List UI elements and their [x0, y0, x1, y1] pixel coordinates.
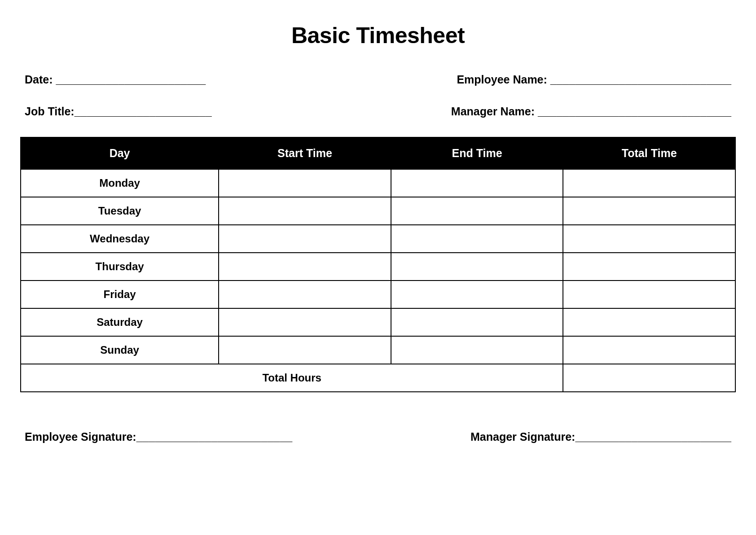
total-time-cell[interactable]: [563, 225, 735, 253]
employee-signature-field[interactable]: Employee Signature:_____________________…: [25, 430, 292, 443]
start-time-cell[interactable]: [219, 253, 391, 281]
manager-name-field[interactable]: Manager Name: __________________________…: [451, 105, 731, 118]
total-hours-value[interactable]: [563, 364, 735, 392]
start-time-cell[interactable]: [219, 225, 391, 253]
day-cell: Monday: [21, 169, 219, 197]
timesheet-table: Day Start Time End Time Total Time Monda…: [20, 137, 736, 392]
header-total-time: Total Time: [563, 137, 735, 169]
total-time-cell[interactable]: [563, 253, 735, 281]
header-start-time: Start Time: [219, 137, 391, 169]
total-time-cell[interactable]: [563, 281, 735, 308]
header-end-time: End Time: [391, 137, 563, 169]
total-time-cell[interactable]: [563, 308, 735, 336]
total-hours-row: Total Hours: [21, 364, 735, 392]
day-cell: Tuesday: [21, 197, 219, 225]
day-cell: Saturday: [21, 308, 219, 336]
start-time-cell[interactable]: [219, 281, 391, 308]
day-cell: Sunday: [21, 336, 219, 364]
table-row: Saturday: [21, 308, 735, 336]
end-time-cell[interactable]: [391, 336, 563, 364]
total-time-cell[interactable]: [563, 169, 735, 197]
end-time-cell[interactable]: [391, 225, 563, 253]
table-header-row: Day Start Time End Time Total Time: [21, 137, 735, 169]
table-row: Wednesday: [21, 225, 735, 253]
table-row: Tuesday: [21, 197, 735, 225]
employee-name-field[interactable]: Employee Name: _________________________…: [457, 73, 731, 86]
total-time-cell[interactable]: [563, 336, 735, 364]
table-row: Friday: [21, 281, 735, 308]
start-time-cell[interactable]: [219, 169, 391, 197]
day-cell: Friday: [21, 281, 219, 308]
end-time-cell[interactable]: [391, 169, 563, 197]
date-field[interactable]: Date: ________________________: [25, 73, 206, 86]
table-row: Thursday: [21, 253, 735, 281]
page-title: Basic Timesheet: [20, 22, 736, 48]
end-time-cell[interactable]: [391, 281, 563, 308]
table-row: Sunday: [21, 336, 735, 364]
end-time-cell[interactable]: [391, 253, 563, 281]
day-cell: Wednesday: [21, 225, 219, 253]
table-row: Monday: [21, 169, 735, 197]
info-row-2: Job Title:______________________ Manager…: [20, 105, 736, 118]
job-title-field[interactable]: Job Title:______________________: [25, 105, 212, 118]
header-day: Day: [21, 137, 219, 169]
start-time-cell[interactable]: [219, 197, 391, 225]
end-time-cell[interactable]: [391, 197, 563, 225]
total-hours-label: Total Hours: [21, 364, 563, 392]
end-time-cell[interactable]: [391, 308, 563, 336]
info-row-1: Date: ________________________ Employee …: [20, 73, 736, 86]
start-time-cell[interactable]: [219, 308, 391, 336]
manager-signature-field[interactable]: Manager Signature:______________________…: [470, 430, 731, 443]
day-cell: Thursday: [21, 253, 219, 281]
total-time-cell[interactable]: [563, 197, 735, 225]
signature-row: Employee Signature:_____________________…: [20, 430, 736, 443]
start-time-cell[interactable]: [219, 336, 391, 364]
